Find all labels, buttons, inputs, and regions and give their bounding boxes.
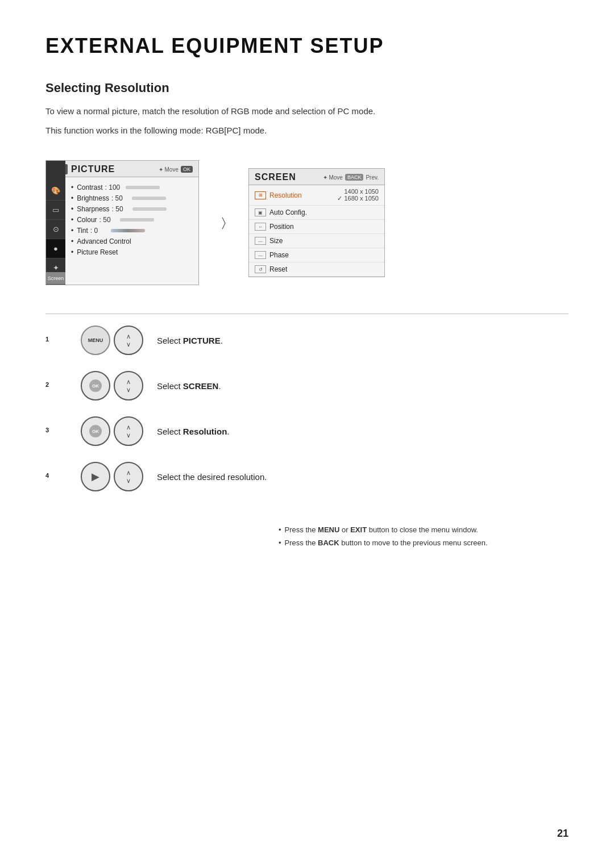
screen-item-position[interactable]: ↔ Position <box>249 220 384 234</box>
screen-menu-box: SCREEN ✦ Move BACK Prev. ⊞ Resolution 14… <box>248 168 385 277</box>
step-3-bold: Resolution <box>183 427 227 436</box>
size-label: Size <box>269 237 283 245</box>
resolution-values: 1400 x 1050 ✓ 1680 x 1050 <box>337 188 379 202</box>
back-badge: BACK <box>345 174 364 181</box>
position-label: Position <box>269 223 294 231</box>
size-icon: — <box>255 237 266 245</box>
ok-inner-3: OK <box>89 425 102 437</box>
step-1-buttons: MENU ∧ ∨ <box>81 326 143 355</box>
picture-menu-content: • Contrast : 100 • Brightness : 50 • Sha… <box>65 177 198 262</box>
resolution-icon: ⊞ <box>255 191 266 199</box>
sharpness-label: Sharpness <box>77 205 109 213</box>
intro-text-2: This function works in the following mod… <box>45 124 569 137</box>
screen-menu-title: SCREEN <box>255 172 296 182</box>
arrow-up-icon-2: ∧ <box>126 378 131 386</box>
screen-menu-header: SCREEN ✦ Move BACK Prev. <box>249 169 384 185</box>
menu-item-brightness: • Brightness : 50 <box>71 194 193 202</box>
note-1-text: Press the MENU or EXIT button to close t… <box>285 525 478 534</box>
page-number: 21 <box>557 828 569 840</box>
menu-item-tint: • Tint : 0 <box>71 227 193 235</box>
notes-section: • Press the MENU or EXIT button to close… <box>45 525 569 552</box>
screen-reset-icon: ↺ <box>255 265 266 273</box>
picture-menu-header: PICTURE ✦ Move OK <box>46 161 198 177</box>
menu-item-colour: • Colour : 50 <box>71 216 193 224</box>
up-down-button-1[interactable]: ∧ ∨ <box>114 326 143 355</box>
step-4-label: Select the desired resolution. <box>157 472 267 482</box>
screen-menu-nav: ✦ Move BACK Prev. <box>323 174 379 181</box>
step-2-number: 2 <box>45 381 49 388</box>
brightness-label: Brightness <box>77 194 109 202</box>
diagram-row: PICTURE ✦ Move OK 🎨 ▭ ⊙ ● ✦ Screen • Con… <box>45 160 569 285</box>
phase-label: Phase <box>269 251 289 259</box>
step-4-row: 4 ▶ ∧ ∨ Select the desired resolution. <box>45 462 569 491</box>
picture-menu-sidebar: 🎨 ▭ ⊙ ● ✦ Screen <box>46 161 65 285</box>
menu-item-contrast: • Contrast : 100 <box>71 183 193 191</box>
note-1: • Press the MENU or EXIT button to close… <box>279 525 563 534</box>
menu-item-sharpness: • Sharpness : 50 <box>71 205 193 213</box>
position-icon: ↔ <box>255 223 266 231</box>
section-title: Selecting Resolution <box>45 81 569 95</box>
note-2: • Press the BACK button to move to the p… <box>279 539 563 547</box>
arrow-down-icon-1: ∨ <box>126 341 131 348</box>
note-2-text: Press the BACK button to move to the pre… <box>285 539 488 547</box>
advanced-label: Advanced Control <box>77 237 131 245</box>
sidebar-icon-2: ▭ <box>46 201 65 220</box>
tint-label: Tint <box>77 227 88 235</box>
step-3-number: 3 <box>45 427 49 433</box>
screen-reset-label: Reset <box>269 265 287 273</box>
colour-label: Colour <box>77 216 97 224</box>
tint-val: : 0 <box>90 227 109 235</box>
autoconfig-label: Auto Config. <box>269 208 307 216</box>
arrow-down-icon-2: ∨ <box>126 386 131 394</box>
up-down-button-3[interactable]: ∧ ∨ <box>114 416 143 446</box>
resolution-label: Resolution <box>269 191 302 199</box>
screen-item-resolution[interactable]: ⊞ Resolution 1400 x 1050 ✓ 1680 x 1050 <box>249 185 384 206</box>
screen-item-autoconfig[interactable]: ▣ Auto Config. <box>249 206 384 220</box>
phase-icon: — <box>255 251 266 259</box>
up-down-button-2[interactable]: ∧ ∨ <box>114 371 143 400</box>
colour-val: : 50 <box>99 216 118 224</box>
picture-menu-title: PICTURE <box>71 164 115 174</box>
note-2-bullet: • <box>279 539 281 547</box>
reset-label: Picture Reset <box>77 248 118 256</box>
play-button[interactable]: ▶ <box>81 462 110 491</box>
arrow-right: 〉 <box>222 215 226 230</box>
picture-menu-nav: ✦ Move OK <box>159 166 193 173</box>
contrast-val: : 100 <box>105 183 123 191</box>
menu-button[interactable]: MENU <box>81 326 110 355</box>
step-3-buttons: OK ∧ ∨ <box>81 416 143 446</box>
screen-item-reset[interactable]: ↺ Reset <box>249 262 384 277</box>
contrast-label: Contrast <box>77 183 102 191</box>
screen-item-size[interactable]: — Size <box>249 234 384 248</box>
step-2-bold: SCREEN <box>183 381 219 391</box>
step-1-label: Select PICTURE. <box>157 336 223 345</box>
step-1-bold: PICTURE <box>183 336 221 345</box>
sidebar-screen-label: Screen <box>46 272 65 285</box>
menu-item-advanced: • Advanced Control <box>71 237 193 245</box>
step-2-row: 2 OK ∧ ∨ Select SCREEN. <box>45 371 569 400</box>
sidebar-icon-3: ⊙ <box>46 220 65 239</box>
step-1-number: 1 <box>45 336 49 343</box>
step-3-label: Select Resolution. <box>157 427 230 436</box>
step-4-buttons: ▶ ∧ ∨ <box>81 462 143 491</box>
step-1-row: 1 MENU ∧ ∨ Select PICTURE. <box>45 326 569 355</box>
res-value-2: ✓ 1680 x 1050 <box>337 195 379 202</box>
step-2-buttons: OK ∧ ∨ <box>81 371 143 400</box>
screen-item-phase[interactable]: — Phase <box>249 248 384 262</box>
autoconfig-icon: ▣ <box>255 208 266 216</box>
step-3-row: 3 OK ∧ ∨ Select Resolution. <box>45 416 569 446</box>
arrow-up-icon-3: ∧ <box>126 424 131 431</box>
sharpness-val: : 50 <box>112 205 130 213</box>
picture-menu-box: PICTURE ✦ Move OK 🎨 ▭ ⊙ ● ✦ Screen • Con… <box>45 160 199 285</box>
up-down-button-4[interactable]: ∧ ∨ <box>114 462 143 491</box>
ok-button-2[interactable]: OK <box>81 371 110 400</box>
ok-badge: OK <box>181 166 193 173</box>
divider <box>45 314 569 314</box>
notes-wrapper: • Press the MENU or EXIT button to close… <box>279 525 563 552</box>
step-2-label: Select SCREEN. <box>157 381 221 391</box>
arrow-up-icon-1: ∧ <box>126 333 131 340</box>
ok-button-3[interactable]: OK <box>81 416 110 446</box>
arrow-up-icon-4: ∧ <box>126 469 131 477</box>
sidebar-icon-1: 🎨 <box>46 181 65 201</box>
arrow-down-icon-3: ∨ <box>126 432 131 439</box>
